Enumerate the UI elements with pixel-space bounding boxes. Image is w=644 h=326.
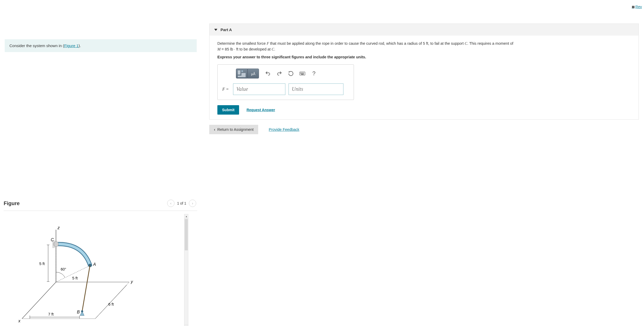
var-M: M [217, 47, 221, 51]
svg-point-12 [81, 310, 83, 312]
units-input[interactable] [289, 83, 343, 95]
var-C: C [465, 41, 467, 46]
help-button[interactable]: ? [309, 69, 319, 78]
scroll-up-icon[interactable]: ▴ [184, 214, 188, 218]
svg-point-23 [302, 72, 302, 73]
axis-x: x [18, 319, 21, 323]
chevron-left-icon: ‹ [214, 127, 215, 132]
dim-5ft-b: 5 ft [72, 276, 78, 280]
svg-point-24 [302, 72, 303, 73]
var-C2: C [272, 47, 274, 51]
figure-nav: ‹ 1 of 1 › [167, 200, 196, 207]
scroll-down-icon[interactable]: ▾ [184, 325, 188, 326]
pt3: , to fail at the support [428, 41, 465, 46]
svg-point-25 [303, 72, 304, 73]
figure-count: 1 of 1 [177, 201, 186, 205]
pt6: . [274, 47, 275, 51]
svg-point-28 [302, 73, 303, 74]
label-C: C [51, 238, 54, 242]
part-a-header[interactable]: Part A [210, 24, 639, 36]
axis-y: y [131, 279, 133, 284]
figure-link[interactable]: Figure 1 [64, 43, 78, 48]
undo-button[interactable] [263, 69, 273, 78]
answer-entry-box: μÅ ? F = [217, 64, 354, 100]
svg-point-29 [303, 73, 304, 74]
figure-prev-button[interactable]: ‹ [167, 200, 174, 207]
reset-button[interactable] [286, 69, 296, 78]
svg-line-10 [82, 265, 90, 311]
keyboard-button[interactable] [298, 69, 307, 78]
figure-title: Figure [4, 200, 20, 206]
svg-point-22 [301, 72, 301, 73]
part-a-title: Part A [221, 27, 232, 32]
request-answer-link[interactable]: Request Answer [246, 108, 275, 112]
part-a-box: Part A Determine the smallest force F th… [209, 24, 639, 120]
figure-next-button[interactable]: › [189, 200, 196, 207]
provide-feedback-link[interactable]: Provide Feedback [269, 127, 299, 132]
sigfig-instruction: Express your answer to three significant… [217, 55, 631, 59]
problem-intro-box: Consider the system shown in (Figure 1). [5, 39, 197, 52]
symbols-label: μÅ [251, 72, 255, 76]
svg-point-26 [301, 73, 301, 74]
pt4: . This requires a moment of [467, 41, 513, 46]
pt5: to be developed at [238, 47, 272, 51]
symbols-button[interactable]: μÅ [247, 69, 259, 78]
svg-point-27 [302, 73, 302, 74]
collapse-icon [214, 29, 217, 31]
dim-7ft: 7 ft [48, 312, 54, 316]
value-input[interactable] [233, 83, 285, 95]
pt2: that must be applied along the rope in o… [269, 41, 423, 46]
dim-60: 60° [61, 267, 66, 271]
dim-6ft: 6 ft [108, 302, 114, 306]
redo-button[interactable] [275, 69, 284, 78]
axis-z: z [57, 226, 60, 230]
scrollbar-thumb[interactable] [185, 219, 188, 250]
figure-image: z y x C A [4, 214, 184, 325]
radius-val: 5 ft [423, 41, 428, 46]
figure-scrollbar[interactable]: ▴ ▾ [184, 214, 188, 326]
answer-toolbar: μÅ ? [222, 68, 349, 79]
intro-prefix: Consider the system shown in ( [9, 43, 64, 48]
svg-rect-30 [301, 74, 303, 74]
pt1: Determine the smallest force [217, 41, 267, 46]
part-a-prompt: Determine the smallest force F that must… [217, 41, 631, 52]
figure-panel: Figure ‹ 1 of 1 › z y x [4, 198, 197, 326]
return-label: Return to Assignment [217, 127, 254, 132]
label-B: B [77, 310, 80, 314]
equation-label: F = [222, 87, 230, 92]
m-eq: = 85 lb · ft [221, 47, 238, 51]
intro-suffix: ). [78, 43, 81, 48]
submit-button[interactable]: Submit [217, 105, 239, 115]
dim-5ft-a: 5 ft [39, 261, 45, 266]
label-A: A [93, 262, 96, 267]
templates-button[interactable] [236, 69, 247, 78]
return-to-assignment-button[interactable]: ‹ Return to Assignment [209, 125, 258, 134]
